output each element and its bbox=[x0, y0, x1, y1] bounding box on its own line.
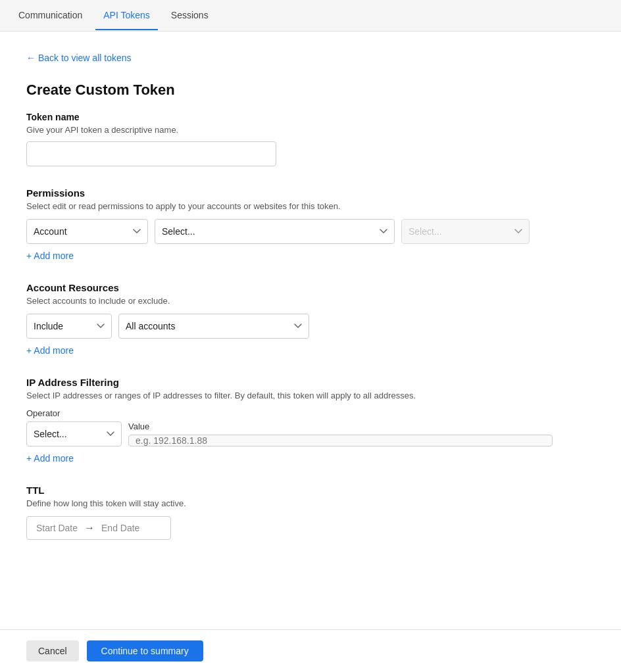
permissions-row: Account Website Select... Read Edit Sele… bbox=[26, 219, 553, 244]
token-name-label: Token name bbox=[26, 112, 553, 122]
operator-select[interactable]: Select... Equals Contains Not equals bbox=[26, 421, 122, 446]
end-date-label: End Date bbox=[101, 523, 139, 533]
ip-filtering-row: Operator Select... Equals Contains Not e… bbox=[26, 408, 553, 446]
account-resources-row: Include Exclude All accounts Specific ac… bbox=[26, 314, 553, 339]
token-name-input[interactable] bbox=[26, 141, 276, 166]
ttl-hint: Define how long this token will stay act… bbox=[26, 498, 553, 508]
cancel-button[interactable]: Cancel bbox=[26, 640, 79, 661]
date-range-picker[interactable]: Start Date → End Date bbox=[26, 516, 171, 540]
operator-label: Operator bbox=[26, 408, 122, 418]
permissions-hint: Select edit or read permissions to apply… bbox=[26, 201, 553, 211]
account-resources-section: Account Resources Select accounts to inc… bbox=[26, 282, 553, 356]
permission-select[interactable]: Select... Read Edit bbox=[155, 219, 395, 244]
tab-api-tokens[interactable]: API Tokens bbox=[95, 1, 158, 30]
permission-2-select[interactable]: Select... bbox=[401, 219, 530, 244]
ttl-title: TTL bbox=[26, 485, 553, 496]
token-name-section: Token name Give your API token a descrip… bbox=[26, 112, 553, 166]
ip-filtering-title: IP Address Filtering bbox=[26, 377, 553, 388]
page-title: Create Custom Token bbox=[26, 82, 553, 99]
value-group: Value bbox=[128, 421, 553, 446]
ip-filtering-hint: Select IP addresses or ranges of IP addr… bbox=[26, 391, 553, 400]
account-resources-hint: Select accounts to include or exclude. bbox=[26, 296, 553, 306]
top-navigation: Communication API Tokens Sessions bbox=[0, 0, 621, 32]
operator-group: Operator Select... Equals Contains Not e… bbox=[26, 408, 122, 446]
ip-value-input[interactable] bbox=[128, 435, 553, 446]
tab-communication[interactable]: Communication bbox=[11, 1, 90, 30]
account-resources-add-more[interactable]: + Add more bbox=[26, 345, 74, 356]
back-link[interactable]: ← Back to view all tokens bbox=[26, 53, 132, 63]
ip-filtering-section: IP Address Filtering Select IP addresses… bbox=[26, 377, 553, 464]
permissions-add-more[interactable]: + Add more bbox=[26, 251, 74, 261]
account-resources-title: Account Resources bbox=[26, 282, 553, 293]
include-exclude-select[interactable]: Include Exclude bbox=[26, 314, 112, 339]
start-date-label: Start Date bbox=[36, 523, 78, 533]
footer-bar: Cancel Continue to summary bbox=[0, 629, 621, 672]
value-label: Value bbox=[128, 421, 553, 431]
main-content: ← Back to view all tokens Create Custom … bbox=[0, 32, 579, 627]
accounts-select[interactable]: All accounts Specific accounts bbox=[118, 314, 309, 339]
ttl-section: TTL Define how long this token will stay… bbox=[26, 485, 553, 540]
account-type-select[interactable]: Account Website bbox=[26, 219, 148, 244]
ip-filtering-add-more[interactable]: + Add more bbox=[26, 453, 74, 464]
continue-button[interactable]: Continue to summary bbox=[87, 640, 203, 661]
arrow-icon: → bbox=[84, 522, 95, 534]
permissions-title: Permissions bbox=[26, 187, 553, 199]
tab-sessions[interactable]: Sessions bbox=[163, 1, 216, 30]
permissions-section: Permissions Select edit or read permissi… bbox=[26, 187, 553, 261]
token-name-hint: Give your API token a descriptive name. bbox=[26, 125, 553, 135]
